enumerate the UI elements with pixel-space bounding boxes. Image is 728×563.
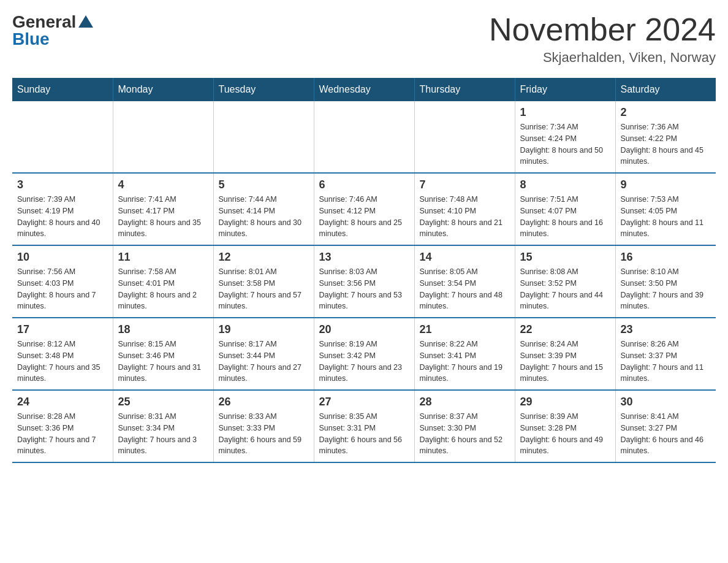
calendar-cell	[414, 101, 515, 173]
day-info: Sunrise: 7:48 AMSunset: 4:10 PMDaylight:…	[420, 194, 510, 240]
day-number: 1	[520, 106, 610, 119]
calendar-cell: 30Sunrise: 8:41 AMSunset: 3:27 PMDayligh…	[615, 390, 716, 462]
day-number: 3	[17, 178, 108, 191]
logo: General Blue	[12, 12, 93, 49]
day-number: 9	[621, 178, 711, 191]
day-info: Sunrise: 8:31 AMSunset: 3:34 PMDaylight:…	[118, 411, 208, 457]
day-number: 2	[621, 106, 711, 119]
day-number: 16	[621, 251, 711, 264]
calendar-cell: 9Sunrise: 7:53 AMSunset: 4:05 PMDaylight…	[615, 173, 716, 245]
calendar-cell: 1Sunrise: 7:34 AMSunset: 4:24 PMDaylight…	[515, 101, 615, 173]
calendar-cell	[113, 101, 213, 173]
weekday-header-monday: Monday	[113, 78, 213, 101]
day-number: 19	[219, 323, 309, 336]
calendar-cell: 4Sunrise: 7:41 AMSunset: 4:17 PMDaylight…	[113, 173, 213, 245]
calendar-cell: 22Sunrise: 8:24 AMSunset: 3:39 PMDayligh…	[515, 318, 615, 390]
calendar-cell: 3Sunrise: 7:39 AMSunset: 4:19 PMDaylight…	[12, 173, 113, 245]
day-number: 11	[118, 251, 208, 264]
calendar-cell: 10Sunrise: 7:56 AMSunset: 4:03 PMDayligh…	[12, 245, 113, 318]
weekday-header-saturday: Saturday	[615, 78, 716, 101]
location-subtitle: Skjaerhalden, Viken, Norway	[489, 50, 716, 66]
day-info: Sunrise: 7:34 AMSunset: 4:24 PMDaylight:…	[520, 121, 610, 167]
day-number: 15	[520, 251, 610, 264]
day-number: 30	[621, 396, 711, 408]
page-header: General Blue November 2024 Skjaerhalden,…	[12, 12, 716, 66]
day-info: Sunrise: 8:15 AMSunset: 3:46 PMDaylight:…	[118, 339, 208, 385]
calendar-cell: 21Sunrise: 8:22 AMSunset: 3:41 PMDayligh…	[414, 318, 515, 390]
calendar-cell: 25Sunrise: 8:31 AMSunset: 3:34 PMDayligh…	[113, 390, 213, 462]
day-info: Sunrise: 7:44 AMSunset: 4:14 PMDaylight:…	[219, 194, 309, 240]
day-number: 13	[319, 251, 409, 264]
weekday-header-friday: Friday	[515, 78, 615, 101]
calendar-cell: 8Sunrise: 7:51 AMSunset: 4:07 PMDaylight…	[515, 173, 615, 245]
calendar-cell: 28Sunrise: 8:37 AMSunset: 3:30 PMDayligh…	[414, 390, 515, 462]
day-info: Sunrise: 8:17 AMSunset: 3:44 PMDaylight:…	[219, 339, 309, 385]
day-info: Sunrise: 8:24 AMSunset: 3:39 PMDaylight:…	[520, 339, 610, 385]
day-number: 4	[118, 178, 208, 191]
logo-blue-text: Blue	[12, 29, 50, 49]
calendar-cell: 5Sunrise: 7:44 AMSunset: 4:14 PMDaylight…	[213, 173, 314, 245]
day-info: Sunrise: 8:19 AMSunset: 3:42 PMDaylight:…	[319, 339, 409, 385]
calendar-week-row: 10Sunrise: 7:56 AMSunset: 4:03 PMDayligh…	[12, 245, 716, 318]
day-info: Sunrise: 7:41 AMSunset: 4:17 PMDaylight:…	[118, 194, 208, 240]
day-number: 25	[118, 396, 208, 408]
day-number: 6	[319, 178, 409, 191]
day-info: Sunrise: 7:46 AMSunset: 4:12 PMDaylight:…	[319, 194, 409, 240]
day-number: 17	[17, 323, 108, 336]
day-number: 14	[420, 251, 510, 264]
weekday-header-sunday: Sunday	[12, 78, 113, 101]
day-info: Sunrise: 7:39 AMSunset: 4:19 PMDaylight:…	[17, 194, 108, 240]
day-number: 7	[420, 178, 510, 191]
calendar-table: SundayMondayTuesdayWednesdayThursdayFrid…	[12, 78, 716, 463]
day-number: 12	[219, 251, 309, 264]
calendar-cell: 20Sunrise: 8:19 AMSunset: 3:42 PMDayligh…	[314, 318, 414, 390]
day-number: 20	[319, 323, 409, 336]
day-info: Sunrise: 8:33 AMSunset: 3:33 PMDaylight:…	[219, 411, 309, 457]
day-info: Sunrise: 7:56 AMSunset: 4:03 PMDaylight:…	[17, 266, 108, 312]
calendar-cell: 14Sunrise: 8:05 AMSunset: 3:54 PMDayligh…	[414, 245, 515, 318]
day-info: Sunrise: 8:22 AMSunset: 3:41 PMDaylight:…	[420, 339, 510, 385]
day-info: Sunrise: 8:03 AMSunset: 3:56 PMDaylight:…	[319, 266, 409, 312]
day-info: Sunrise: 8:37 AMSunset: 3:30 PMDaylight:…	[420, 411, 510, 457]
month-title: November 2024	[489, 12, 716, 47]
title-area: November 2024 Skjaerhalden, Viken, Norwa…	[489, 12, 716, 66]
calendar-cell: 15Sunrise: 8:08 AMSunset: 3:52 PMDayligh…	[515, 245, 615, 318]
calendar-cell: 13Sunrise: 8:03 AMSunset: 3:56 PMDayligh…	[314, 245, 414, 318]
calendar-cell: 7Sunrise: 7:48 AMSunset: 4:10 PMDaylight…	[414, 173, 515, 245]
day-number: 8	[520, 178, 610, 191]
day-number: 23	[621, 323, 711, 336]
day-number: 29	[520, 396, 610, 408]
calendar-cell: 12Sunrise: 8:01 AMSunset: 3:58 PMDayligh…	[213, 245, 314, 318]
logo-triangle-icon	[78, 15, 93, 28]
calendar-cell: 27Sunrise: 8:35 AMSunset: 3:31 PMDayligh…	[314, 390, 414, 462]
calendar-week-row: 24Sunrise: 8:28 AMSunset: 3:36 PMDayligh…	[12, 390, 716, 462]
day-info: Sunrise: 8:10 AMSunset: 3:50 PMDaylight:…	[621, 266, 711, 312]
day-info: Sunrise: 7:53 AMSunset: 4:05 PMDaylight:…	[621, 194, 711, 240]
weekday-header-thursday: Thursday	[414, 78, 515, 101]
calendar-cell: 29Sunrise: 8:39 AMSunset: 3:28 PMDayligh…	[515, 390, 615, 462]
day-number: 18	[118, 323, 208, 336]
day-number: 5	[219, 178, 309, 191]
weekday-header-row: SundayMondayTuesdayWednesdayThursdayFrid…	[12, 78, 716, 101]
day-number: 27	[319, 396, 409, 408]
day-number: 22	[520, 323, 610, 336]
day-number: 21	[420, 323, 510, 336]
day-info: Sunrise: 7:58 AMSunset: 4:01 PMDaylight:…	[118, 266, 208, 312]
calendar-cell: 17Sunrise: 8:12 AMSunset: 3:48 PMDayligh…	[12, 318, 113, 390]
day-number: 24	[17, 396, 108, 408]
day-info: Sunrise: 8:01 AMSunset: 3:58 PMDaylight:…	[219, 266, 309, 312]
day-number: 28	[420, 396, 510, 408]
day-info: Sunrise: 7:36 AMSunset: 4:22 PMDaylight:…	[621, 121, 711, 167]
calendar-cell	[213, 101, 314, 173]
calendar-week-row: 3Sunrise: 7:39 AMSunset: 4:19 PMDaylight…	[12, 173, 716, 245]
calendar-cell: 11Sunrise: 7:58 AMSunset: 4:01 PMDayligh…	[113, 245, 213, 318]
calendar-cell: 24Sunrise: 8:28 AMSunset: 3:36 PMDayligh…	[12, 390, 113, 462]
weekday-header-tuesday: Tuesday	[213, 78, 314, 101]
calendar-week-row: 1Sunrise: 7:34 AMSunset: 4:24 PMDaylight…	[12, 101, 716, 173]
day-info: Sunrise: 8:35 AMSunset: 3:31 PMDaylight:…	[319, 411, 409, 457]
day-info: Sunrise: 8:08 AMSunset: 3:52 PMDaylight:…	[520, 266, 610, 312]
weekday-header-wednesday: Wednesday	[314, 78, 414, 101]
calendar-week-row: 17Sunrise: 8:12 AMSunset: 3:48 PMDayligh…	[12, 318, 716, 390]
calendar-cell: 19Sunrise: 8:17 AMSunset: 3:44 PMDayligh…	[213, 318, 314, 390]
day-info: Sunrise: 8:12 AMSunset: 3:48 PMDaylight:…	[17, 339, 108, 385]
